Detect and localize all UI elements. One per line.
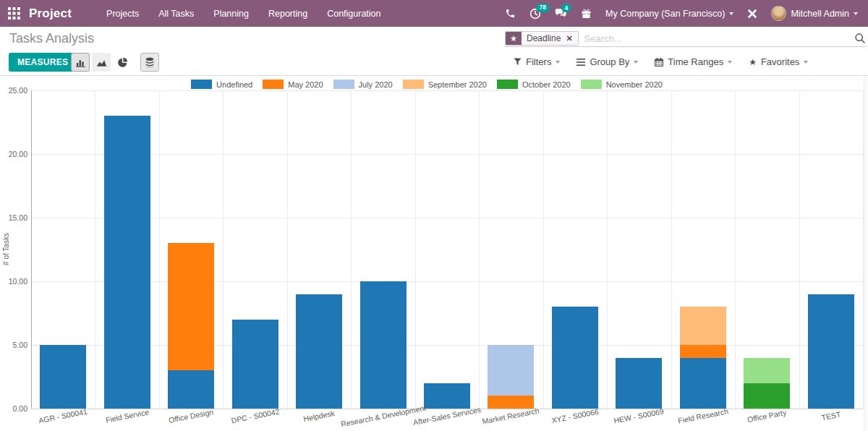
search-input[interactable]: [584, 33, 854, 44]
chevron-down-icon: [634, 61, 638, 64]
bar-segment[interactable]: [552, 307, 598, 409]
gridline: [287, 90, 288, 409]
user-name: Mitchell Admin: [791, 9, 849, 19]
gridline: [159, 90, 160, 409]
gridline: [31, 345, 863, 346]
legend-item[interactable]: July 2020: [333, 80, 393, 89]
bar-segment[interactable]: [616, 358, 662, 409]
y-axis-tick-label: 25.00: [1, 86, 27, 95]
tasks-analysis-chart: UndefinedMay 2020July 2020September 2020…: [0, 76, 868, 431]
legend-swatch: [497, 80, 518, 89]
gridline: [607, 90, 608, 409]
legend-label: July 2020: [359, 80, 393, 89]
measures-label: MEASURES: [17, 57, 68, 67]
breadcrumb-row: Tasks Analysis ★ Deadline ✕: [0, 27, 868, 49]
top-menu: Projects All Tasks Planning Reporting Co…: [106, 9, 380, 19]
bar-chart-button[interactable]: [71, 53, 90, 72]
filters-label: Filters: [526, 56, 551, 67]
bar-segment[interactable]: [808, 294, 854, 409]
bar-segment[interactable]: [680, 345, 726, 358]
calendar-icon: [655, 58, 663, 67]
gridline: [543, 90, 544, 409]
search-facet-deadline: ★ Deadline ✕: [505, 31, 579, 46]
bar-segment[interactable]: [744, 358, 790, 383]
pivot-view-button[interactable]: [140, 53, 159, 72]
facet-star-icon: ★: [506, 32, 522, 45]
bar-segment[interactable]: [40, 345, 86, 409]
company-switcher[interactable]: My Company (San Francisco): [605, 9, 733, 19]
legend-label: November 2020: [606, 80, 663, 89]
legend-swatch: [333, 80, 354, 89]
menu-item-reporting[interactable]: Reporting: [268, 9, 307, 19]
menu-item-all-tasks[interactable]: All Tasks: [158, 9, 194, 19]
developer-tools-icon[interactable]: [747, 9, 757, 19]
bar-segment[interactable]: [680, 307, 726, 345]
legend-swatch: [403, 80, 424, 89]
apps-grid-icon[interactable]: [0, 0, 27, 27]
phone-icon[interactable]: [505, 8, 516, 19]
nav-right-cluster: 78 4 My Company (San Francisco) Mitchell…: [505, 6, 868, 21]
search-bar[interactable]: ★ Deadline ✕: [505, 30, 866, 47]
bar-segment[interactable]: [232, 320, 278, 409]
pie-chart-button[interactable]: [113, 53, 132, 72]
y-axis-line: [31, 90, 32, 409]
page-title: Tasks Analysis: [9, 31, 94, 46]
menu-item-projects[interactable]: Projects: [106, 9, 139, 19]
avatar: [771, 6, 786, 21]
bar-segment[interactable]: [168, 243, 214, 370]
gridline: [31, 218, 863, 218]
gridline: [479, 90, 480, 409]
bar-segment[interactable]: [104, 116, 150, 409]
chart-legend: UndefinedMay 2020July 2020September 2020…: [0, 80, 864, 89]
top-nav-bar: Project Projects All Tasks Planning Repo…: [0, 0, 868, 27]
activities-clock-icon[interactable]: 78: [529, 8, 541, 20]
scrollbar[interactable]: [864, 76, 868, 431]
bar-segment[interactable]: [296, 294, 342, 409]
chevron-down-icon: [804, 61, 808, 64]
gridline: [735, 90, 736, 409]
gridline: [95, 90, 95, 409]
company-name: My Company (San Francisco): [605, 9, 725, 19]
bar-segment[interactable]: [680, 358, 726, 409]
y-axis-tick-label: 20.00: [1, 150, 27, 158]
gift-icon[interactable]: [581, 8, 592, 19]
favorites-menu[interactable]: ★ Favorites: [749, 56, 808, 67]
legend-label: Undefined: [216, 80, 252, 89]
legend-item[interactable]: November 2020: [581, 80, 663, 89]
chevron-down-icon: [854, 12, 858, 15]
search-options: Filters Group By Time Ranges ★ Favorites: [514, 56, 808, 67]
gridline: [351, 90, 352, 409]
chevron-down-icon: [728, 61, 732, 64]
group-by-label: Group By: [590, 56, 629, 67]
messages-icon[interactable]: 4: [555, 8, 567, 19]
menu-item-planning[interactable]: Planning: [213, 9, 249, 19]
search-icon[interactable]: [854, 33, 866, 44]
group-by-menu[interactable]: Group By: [576, 56, 638, 67]
gridline: [223, 90, 224, 409]
chart-type-switcher: [71, 53, 159, 72]
time-ranges-menu[interactable]: Time Ranges: [655, 56, 732, 67]
filters-menu[interactable]: Filters: [514, 56, 560, 67]
apps-grid-icon: [8, 7, 20, 20]
legend-label: September 2020: [428, 80, 487, 89]
facet-remove-icon[interactable]: ✕: [566, 34, 572, 43]
legend-item[interactable]: May 2020: [263, 80, 323, 89]
chevron-down-icon: [556, 61, 560, 64]
bar-segment[interactable]: [488, 345, 534, 396]
user-menu[interactable]: Mitchell Admin: [771, 6, 858, 21]
y-axis-tick-label: 5.00: [1, 341, 27, 349]
menu-item-configuration[interactable]: Configuration: [327, 9, 380, 19]
legend-swatch: [581, 80, 602, 89]
line-chart-button[interactable]: [92, 53, 111, 72]
legend-item[interactable]: October 2020: [497, 80, 571, 89]
y-axis-title: # of Tasks: [2, 177, 10, 322]
gridline: [671, 90, 672, 409]
favorites-label: Favorites: [761, 56, 799, 67]
legend-item[interactable]: Undefined: [191, 80, 252, 89]
gridline: [799, 90, 800, 409]
gridline: [31, 281, 863, 282]
bar-segment[interactable]: [360, 281, 407, 409]
legend-item[interactable]: September 2020: [403, 80, 487, 89]
gridline: [31, 90, 863, 91]
app-name[interactable]: Project: [29, 7, 72, 21]
